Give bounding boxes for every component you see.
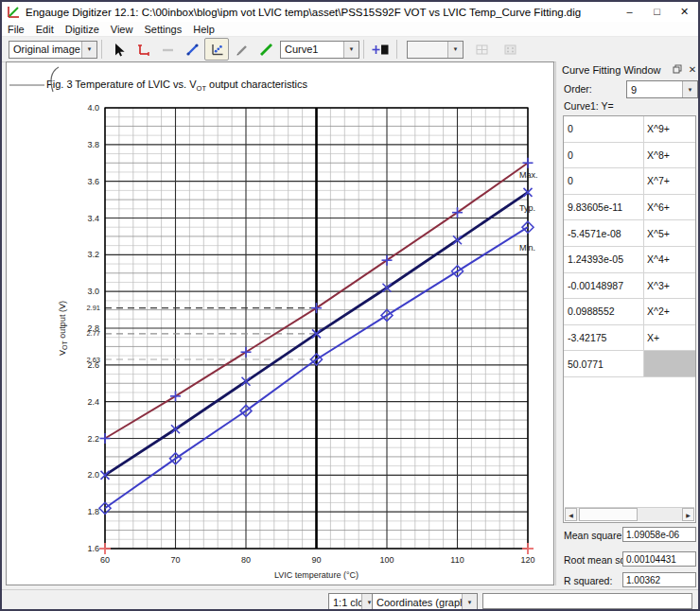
scrollbar-thumb[interactable] (579, 508, 638, 521)
graph-canvas[interactable]: 607080901001101204.03.83.63.43.23.02.82.… (6, 61, 554, 585)
svg-text:2.0: 2.0 (87, 470, 99, 480)
coefficient-row: -0.00148987X^3+ (564, 273, 695, 300)
coefficient-value-cell[interactable]: -0.00148987 (564, 273, 644, 299)
menu-digitize[interactable]: Digitize (60, 24, 105, 35)
title-bar: Engauge Digitizer 12.1: C:\00inbox\blog\… (2, 2, 698, 22)
term-label-cell: X^2+ (644, 299, 695, 324)
scrollbar-track[interactable] (577, 508, 682, 521)
menu-bar: FileEditDigitizeViewSettingsHelp (2, 22, 698, 37)
term-label-cell: X^9+ (644, 116, 695, 142)
svg-text:4.0: 4.0 (87, 103, 99, 113)
segment-fill-tool-button[interactable] (254, 38, 278, 61)
coefficient-value-cell[interactable]: -3.42175 (564, 325, 644, 351)
cursor-arrow-icon (111, 42, 127, 58)
svg-text:70: 70 (170, 555, 180, 565)
dropdown-arrow-icon[interactable]: ▼ (462, 594, 477, 610)
figure-title: Fig. 3 Temperature of LVIC vs. VOT outpu… (46, 79, 307, 93)
grid-display-tool-button (469, 38, 494, 61)
grid-dots-icon (503, 43, 517, 57)
scroll-right-icon[interactable]: ▶ (682, 508, 694, 521)
coefficient-value-cell[interactable]: 0 (564, 143, 644, 168)
coefficient-row: 50.0771 (564, 351, 695, 377)
grid-background-tool-button (498, 38, 522, 61)
panel-close-icon[interactable]: ✕ (685, 64, 700, 75)
curve-equation-label: Curve1: Y= (564, 100, 614, 112)
order-combo-value: 9 (627, 84, 682, 96)
curve-point-tool-button[interactable] (180, 38, 204, 61)
coefficient-table: 0X^9+0X^8+0X^7+9.83605e-11X^6+-5.4571e-0… (563, 115, 696, 523)
coefficient-value-cell[interactable]: 50.0771 (564, 351, 644, 376)
axis-point-marker[interactable] (99, 543, 111, 554)
menu-view[interactable]: View (105, 24, 139, 35)
curve-combo[interactable]: Curve1 ▼ (280, 41, 359, 59)
svg-text:2.4: 2.4 (87, 397, 99, 407)
svg-text:80: 80 (241, 555, 251, 565)
zoom-combo-value: 1:1 clos (329, 597, 361, 608)
rsquared-value[interactable]: 1.00362 (622, 572, 696, 587)
grid-removal-tool-button[interactable] (368, 38, 393, 61)
svg-text:3.6: 3.6 (87, 177, 99, 186)
axis-point-marker[interactable] (522, 543, 534, 554)
select-tool-button[interactable] (106, 38, 131, 61)
rms-value[interactable]: 0.00104431 (622, 551, 696, 567)
horizontal-scrollbar[interactable]: ◀ ▶ (565, 507, 694, 521)
curve-combo-value: Curve1 (281, 44, 343, 55)
float-panel-icon[interactable] (670, 64, 685, 76)
axis-point-tool-button[interactable] (131, 38, 155, 61)
coefficient-row: -5.4571e-08X^5+ (564, 220, 695, 247)
order-label: Order: (564, 83, 592, 95)
svg-text:2.63: 2.63 (86, 356, 100, 364)
segment-fill-icon (258, 42, 274, 58)
point-match-tool-button[interactable] (204, 38, 229, 61)
panel-title: Curve Fitting Window (556, 64, 670, 76)
svg-text:120: 120 (520, 555, 534, 565)
term-label-cell: X^8+ (644, 143, 695, 168)
coefficient-value-cell[interactable]: 1.24393e-05 (564, 247, 644, 272)
term-label-cell: X+ (644, 325, 695, 351)
status-bar: 1:1 clos ▼ Coordinates (graph): ▼ (2, 589, 698, 611)
mse-value[interactable]: 1.09058e-06 (622, 527, 696, 542)
svg-text:110: 110 (450, 555, 464, 565)
background-combo[interactable]: Original image ▼ (9, 41, 97, 59)
dropdown-arrow-icon[interactable]: ▼ (343, 42, 359, 58)
coefficient-value-cell[interactable]: 9.83605e-11 (564, 195, 644, 220)
menu-file[interactable]: File (2, 24, 30, 35)
coefficient-value-cell[interactable]: 0.0988552 (564, 299, 644, 324)
term-label-cell: X^5+ (644, 220, 695, 246)
window-title: Engauge Digitizer 12.1: C:\00inbox\blog\… (26, 7, 616, 18)
close-button[interactable]: ✕ (671, 2, 698, 22)
zoom-combo[interactable]: 1:1 clos ▼ (328, 593, 377, 611)
coordinates-combo[interactable]: Coordinates (graph): ▼ (372, 593, 478, 611)
order-combo[interactable]: 9 ▼ (626, 80, 698, 98)
point-match-icon (209, 42, 225, 58)
term-label-cell (644, 351, 695, 376)
menu-edit[interactable]: Edit (30, 24, 60, 35)
dropdown-arrow-icon[interactable]: ▼ (81, 42, 96, 58)
axis-point-icon (135, 42, 151, 58)
coefficient-row: 0.0988552X^2+ (564, 299, 695, 325)
scroll-left-icon[interactable]: ◀ (565, 508, 577, 521)
svg-text:1.6: 1.6 (87, 544, 99, 553)
status-message-field[interactable] (482, 593, 692, 609)
coefficient-row: 9.83605e-11X^6+ (564, 195, 695, 221)
x-axis-label: LVIC temperature (°C) (274, 570, 359, 580)
coefficient-value-cell[interactable]: 0 (564, 168, 644, 194)
maximize-button[interactable]: □ (643, 2, 671, 22)
coefficient-value-cell[interactable]: -5.4571e-08 (564, 220, 644, 246)
y-axis-label: VOT output (V) (58, 301, 68, 356)
minimize-button[interactable]: – (616, 2, 643, 22)
color-picker-tool-button[interactable] (229, 38, 254, 61)
toolbar: Original image ▼ (2, 37, 698, 62)
coefficient-value-cell[interactable]: 0 (564, 116, 644, 142)
term-label-cell: X^4+ (644, 247, 695, 272)
digitized-plot[interactable]: 607080901001101204.03.83.63.43.23.02.82.… (7, 62, 553, 585)
dropdown-arrow-icon[interactable]: ▼ (682, 81, 697, 97)
coefficient-row: 0X^9+ (564, 116, 695, 143)
menu-help[interactable]: Help (187, 24, 220, 35)
toolbar-separator (363, 40, 364, 59)
curve-label-max: Max. (519, 170, 538, 180)
curve-label-typ: Typ. (519, 203, 535, 213)
grid-line-combo: ▼ (407, 41, 464, 59)
curve-label-min: Min. (519, 243, 535, 253)
menu-settings[interactable]: Settings (138, 24, 187, 35)
